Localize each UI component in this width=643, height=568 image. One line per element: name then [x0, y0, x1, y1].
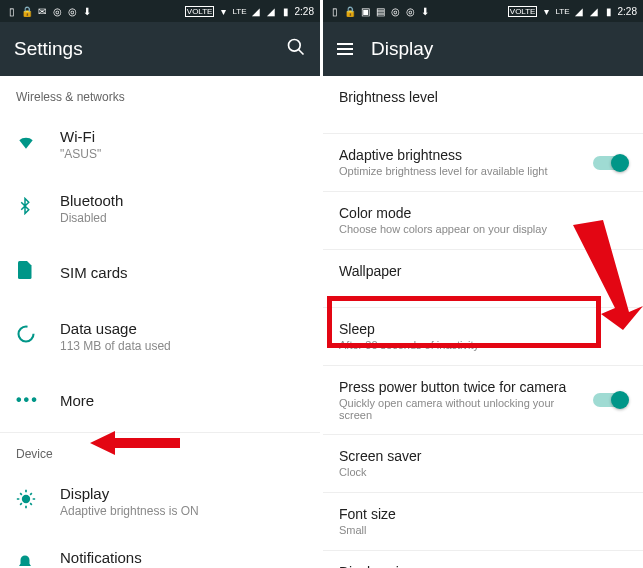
svg-line-1 [299, 50, 304, 55]
row-title: Adaptive brightness [339, 147, 577, 163]
data-icon [16, 324, 36, 348]
settings-row-sim[interactable]: SIM cards [0, 240, 320, 304]
row-sub: Choose how colors appear on your display [339, 223, 627, 235]
row-title: Wallpaper [339, 263, 627, 279]
search-icon[interactable] [286, 37, 306, 61]
display-row-displaysize[interactable]: Display sizeSmall [323, 551, 643, 568]
phone-right: ▯ 🔒 ▣ ▤ ◎ ◎ ⬇ VOLTE ▾ LTE ◢ ◢ ▮ 2:28 Dis… [323, 0, 643, 568]
signal-icon: ◢ [250, 5, 262, 17]
row-title: Font size [339, 506, 627, 522]
status-bar: ▯ 🔒 ▣ ▤ ◎ ◎ ⬇ VOLTE ▾ LTE ◢ ◢ ▮ 2:28 [323, 0, 643, 22]
row-sub: "ASUS" [60, 147, 304, 161]
row-title: Wi-Fi [60, 128, 304, 145]
row-sub: Small [339, 524, 627, 536]
menu-icon[interactable] [337, 43, 353, 55]
display-row-brightness[interactable]: Brightness level [323, 76, 643, 134]
camera-icon: ◎ [389, 5, 401, 17]
display-row-fontsize[interactable]: Font sizeSmall [323, 493, 643, 551]
row-sub: After 30 seconds of inactivity [339, 339, 627, 351]
volte-label: VOLTE [185, 6, 215, 17]
camera-icon: ◎ [51, 5, 63, 17]
row-sub: Optimize brightness level for available … [339, 165, 577, 177]
battery-icon: ▮ [280, 5, 292, 17]
lte-label: LTE [555, 7, 569, 16]
row-title: Notifications [60, 549, 304, 566]
signal-icon: ◢ [588, 5, 600, 17]
phone-left: ▯ 🔒 ✉ ◎ ◎ ⬇ VOLTE ▾ LTE ◢ ◢ ▮ 2:28 Setti… [0, 0, 320, 568]
settings-row-bluetooth[interactable]: BluetoothDisabled [0, 176, 320, 240]
display-row-saver[interactable]: Screen saverClock [323, 435, 643, 493]
display-row-colormode[interactable]: Color modeChoose how colors appear on yo… [323, 192, 643, 250]
signal-icon: ◢ [573, 5, 585, 17]
wifi-icon [16, 132, 36, 156]
camera-icon: ◎ [404, 5, 416, 17]
row-title: Display size [339, 564, 627, 568]
display-row-power-camera[interactable]: Press power button twice for cameraQuick… [323, 366, 643, 435]
more-icon: ••• [16, 391, 39, 409]
image-icon: ▤ [374, 5, 386, 17]
svg-point-3 [22, 495, 30, 503]
camera-icon: ◎ [66, 5, 78, 17]
sim-icon [16, 261, 32, 283]
toggle-power-camera[interactable] [593, 393, 627, 407]
status-bar: ▯ 🔒 ✉ ◎ ◎ ⬇ VOLTE ▾ LTE ◢ ◢ ▮ 2:28 [0, 0, 320, 22]
gallery-icon: ▣ [359, 5, 371, 17]
clock-label: 2:28 [295, 6, 314, 17]
settings-row-wifi[interactable]: Wi-Fi"ASUS" [0, 112, 320, 176]
wifi-icon: ▾ [217, 5, 229, 17]
row-title: More [60, 392, 304, 409]
settings-row-more[interactable]: ••• More [0, 368, 320, 432]
mail-icon: ✉ [36, 5, 48, 17]
volte-label: VOLTE [508, 6, 538, 17]
settings-row-data[interactable]: Data usage113 MB of data used [0, 304, 320, 368]
settings-row-display[interactable]: DisplayAdaptive brightness is ON [0, 469, 320, 533]
display-row-sleep[interactable]: SleepAfter 30 seconds of inactivity [323, 308, 643, 366]
file-icon: ▯ [329, 5, 341, 17]
row-sub: 113 MB of data used [60, 339, 304, 353]
row-title: Display [60, 485, 304, 502]
clock-label: 2:28 [618, 6, 637, 17]
row-sub: Quickly open camera without unlocking yo… [339, 397, 577, 421]
page-title: Settings [14, 38, 268, 60]
row-sub: Clock [339, 466, 627, 478]
display-row-wallpaper[interactable]: Wallpaper [323, 250, 643, 308]
lock-icon: 🔒 [21, 5, 33, 17]
file-icon: ▯ [6, 5, 18, 17]
bluetooth-icon [16, 197, 34, 219]
wifi-icon: ▾ [540, 5, 552, 17]
row-title: Brightness level [339, 89, 627, 105]
display-icon [16, 489, 36, 513]
signal-icon: ◢ [265, 5, 277, 17]
row-title: Color mode [339, 205, 627, 221]
row-title: Sleep [339, 321, 627, 337]
settings-row-notifications[interactable]: NotificationsAll apps allowed to send [0, 533, 320, 568]
bell-icon [16, 554, 34, 568]
lock-icon: 🔒 [344, 5, 356, 17]
row-title: SIM cards [60, 264, 304, 281]
display-row-adaptive[interactable]: Adaptive brightnessOptimize brightness l… [323, 134, 643, 192]
page-title: Display [371, 38, 629, 60]
row-sub: Adaptive brightness is ON [60, 504, 304, 518]
app-bar: Settings [0, 22, 320, 76]
row-sub: Disabled [60, 211, 304, 225]
app-bar: Display [323, 22, 643, 76]
toggle-adaptive[interactable] [593, 156, 627, 170]
row-title: Data usage [60, 320, 304, 337]
svg-point-2 [19, 327, 34, 342]
row-title: Bluetooth [60, 192, 304, 209]
svg-point-0 [289, 40, 301, 52]
row-title: Press power button twice for camera [339, 379, 577, 395]
section-wireless: Wireless & networks [0, 76, 320, 112]
battery-icon: ▮ [603, 5, 615, 17]
lte-label: LTE [232, 7, 246, 16]
section-device: Device [0, 433, 320, 469]
download-icon: ⬇ [419, 5, 431, 17]
download-icon: ⬇ [81, 5, 93, 17]
row-title: Screen saver [339, 448, 627, 464]
